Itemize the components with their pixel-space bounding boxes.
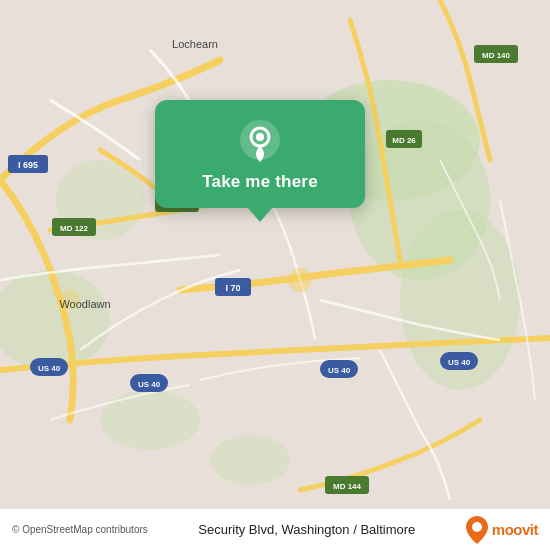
svg-point-36 [256, 133, 264, 141]
svg-text:US 40: US 40 [138, 380, 161, 389]
svg-text:Woodlawn: Woodlawn [59, 298, 110, 310]
svg-text:MD 144: MD 144 [333, 482, 362, 491]
location-label: Security Blvd, Washington / Baltimore [198, 522, 415, 537]
svg-text:MD 140: MD 140 [482, 51, 511, 60]
svg-point-6 [100, 390, 200, 450]
svg-text:US 40: US 40 [448, 358, 471, 367]
svg-text:MD 122: MD 122 [60, 224, 89, 233]
location-pin-icon [238, 118, 282, 162]
svg-point-7 [210, 435, 290, 485]
svg-text:US 40: US 40 [38, 364, 61, 373]
take-me-there-popup[interactable]: Take me there [155, 100, 365, 208]
moovit-pin-icon [466, 516, 488, 544]
svg-text:Lochearn: Lochearn [172, 38, 218, 50]
svg-text:I 695: I 695 [18, 160, 38, 170]
moovit-text: moovit [492, 521, 538, 538]
map-container: I 695 I 70 MD 122 MD 122 MD 26 MD 140 US… [0, 0, 550, 550]
map-background: I 695 I 70 MD 122 MD 122 MD 26 MD 140 US… [0, 0, 550, 550]
take-me-there-label: Take me there [202, 172, 318, 192]
svg-text:US 40: US 40 [328, 366, 351, 375]
map-attribution: © OpenStreetMap contributors [12, 524, 148, 535]
svg-point-37 [472, 522, 482, 532]
bottom-bar: © OpenStreetMap contributors Security Bl… [0, 508, 550, 550]
svg-text:MD 26: MD 26 [392, 136, 416, 145]
moovit-logo: moovit [466, 516, 538, 544]
svg-text:I 70: I 70 [225, 283, 240, 293]
svg-point-8 [288, 268, 312, 292]
